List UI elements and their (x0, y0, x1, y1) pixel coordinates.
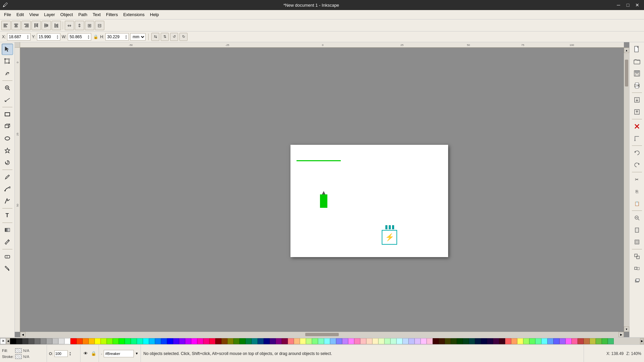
palette-color-46[interactable] (288, 338, 294, 344)
h-down-spinner[interactable]: ▼ (125, 37, 127, 39)
palette-color-50[interactable] (312, 338, 318, 344)
lock-aspect-button[interactable]: 🔒 (93, 34, 99, 40)
hscroll-thumb[interactable] (305, 333, 339, 336)
menu-item-extensions[interactable]: Extensions (120, 11, 147, 18)
paste-button[interactable]: 📋 (631, 198, 643, 209)
transform2-button[interactable]: ⊟ (95, 21, 104, 30)
raise-button[interactable] (631, 275, 643, 286)
rect-tool-button[interactable] (2, 109, 13, 120)
palette-color-15[interactable] (101, 338, 107, 344)
minimize-button[interactable]: ─ (614, 1, 623, 9)
palette-color-17[interactable] (113, 338, 119, 344)
redo-button[interactable] (631, 159, 643, 171)
pen-tool-button[interactable] (2, 183, 13, 195)
maximize-button[interactable]: □ (624, 1, 632, 9)
h-up-spinner[interactable]: ▲ (125, 35, 127, 37)
tweak-tool-button[interactable] (2, 68, 13, 79)
hscroll-left-button[interactable]: ◀ (20, 332, 25, 337)
palette-color-48[interactable] (300, 338, 306, 344)
palette-color-51[interactable] (318, 338, 324, 344)
y-down-spinner[interactable]: ▼ (56, 37, 59, 39)
palette-color-5[interactable] (40, 338, 46, 344)
palette-color-63[interactable] (390, 338, 396, 344)
palette-color-18[interactable] (119, 338, 125, 344)
palette-color-97[interactable] (596, 338, 602, 344)
align-left-button[interactable] (1, 21, 11, 30)
menu-item-text[interactable]: Text (90, 11, 103, 18)
palette-color-4[interactable] (34, 338, 40, 344)
palette-color-74[interactable] (457, 338, 463, 344)
palette-color-11[interactable] (76, 338, 83, 344)
electrical-symbol[interactable]: ⚡ (382, 225, 398, 245)
palette-color-94[interactable] (578, 338, 584, 344)
palette-color-59[interactable] (366, 338, 372, 344)
3dbox-tool-button[interactable] (2, 121, 13, 132)
palette-color-28[interactable] (179, 338, 185, 344)
transform-flip-v-button[interactable]: ⇅ (161, 33, 169, 41)
palette-color-81[interactable] (499, 338, 505, 344)
palette-color-12[interactable] (83, 338, 89, 344)
align-center-h-button[interactable] (11, 21, 21, 30)
palette-color-79[interactable] (487, 338, 493, 344)
node-tool-button[interactable] (2, 56, 13, 67)
palette-color-89[interactable] (547, 338, 553, 344)
palette-color-60[interactable] (372, 338, 378, 344)
palette-color-52[interactable] (324, 338, 330, 344)
h-input[interactable] (107, 35, 124, 39)
palette-color-55[interactable] (342, 338, 348, 344)
palette-color-76[interactable] (469, 338, 475, 344)
menu-item-help[interactable]: Help (147, 11, 162, 18)
palette-color-36[interactable] (227, 338, 233, 344)
hscroll[interactable]: ◀ ▶ (20, 332, 624, 337)
opacity-up[interactable]: ▲ (69, 351, 71, 354)
opacity-input[interactable] (54, 350, 68, 357)
green-line[interactable] (297, 160, 341, 161)
gradient-tool-button[interactable] (2, 224, 13, 236)
green-rect-container[interactable] (320, 191, 327, 211)
zoom-out-button[interactable] (631, 212, 643, 224)
palette-color-57[interactable] (354, 338, 360, 344)
snap-corner-button[interactable] (631, 133, 643, 144)
hscroll-right-button[interactable]: ▶ (619, 332, 624, 337)
palette-color-88[interactable] (541, 338, 547, 344)
palette-color-78[interactable] (481, 338, 487, 344)
distribute-v-button[interactable]: ⇕ (75, 21, 84, 30)
palette-color-27[interactable] (173, 338, 179, 344)
palette-color-3[interactable] (28, 338, 34, 344)
x-up-spinner[interactable]: ▲ (26, 35, 29, 37)
palette-color-8[interactable] (58, 338, 64, 344)
y-input[interactable] (39, 35, 56, 39)
menu-item-layer[interactable]: Layer (41, 11, 58, 18)
palette-color-82[interactable] (505, 338, 511, 344)
palette-color-80[interactable] (493, 338, 499, 344)
palette-color-84[interactable] (517, 338, 523, 344)
green-rect[interactable] (320, 194, 327, 208)
w-up-spinner[interactable]: ▲ (88, 35, 90, 37)
palette-color-49[interactable] (306, 338, 312, 344)
palette-color-2[interactable] (22, 338, 28, 344)
x-down-spinner[interactable]: ▼ (26, 37, 29, 39)
palette-scroll-left[interactable]: ◀ (6, 338, 10, 344)
palette-color-22[interactable] (143, 338, 149, 344)
export-button[interactable] (631, 106, 643, 118)
palette-color-75[interactable] (463, 338, 469, 344)
align-bottom-button[interactable] (52, 21, 61, 30)
new-doc-button[interactable] (631, 44, 643, 55)
copy-button[interactable]: ⎘ (631, 186, 643, 197)
palette-color-32[interactable] (203, 338, 209, 344)
y-up-spinner[interactable]: ▲ (56, 35, 59, 37)
palette-color-35[interactable] (221, 338, 227, 344)
print-doc-button[interactable] (631, 80, 643, 91)
undo-button[interactable] (631, 147, 643, 159)
align-right-button[interactable] (21, 21, 31, 30)
menu-item-object[interactable]: Object (58, 11, 76, 18)
save-doc-button[interactable] (631, 68, 643, 79)
vscroll[interactable]: ▲ ▼ (624, 48, 629, 332)
palette-color-37[interactable] (233, 338, 239, 344)
rotate-ccw-button[interactable]: ↺ (170, 33, 178, 41)
layer-dropdown-button[interactable]: ▼ (135, 352, 139, 355)
menu-item-edit[interactable]: Edit (14, 11, 26, 18)
palette-color-42[interactable] (264, 338, 270, 344)
palette-scroll-right[interactable]: ▶ (640, 338, 644, 344)
opacity-down[interactable]: ▼ (69, 354, 71, 356)
